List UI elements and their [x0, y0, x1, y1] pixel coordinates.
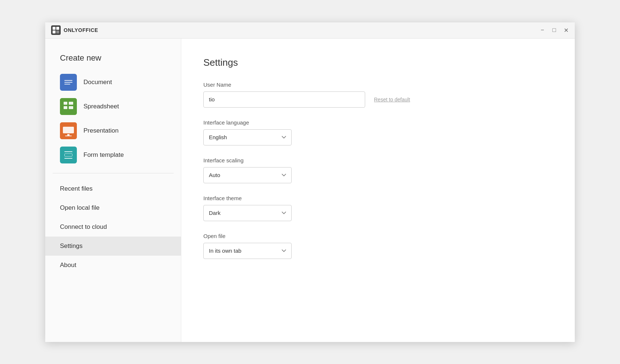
sidebar-item-settings[interactable]: Settings [45, 237, 181, 256]
open-file-select[interactable]: In its own tab In the same tab [203, 243, 292, 259]
interface-language-label: Interface language [203, 119, 553, 126]
interface-scaling-section: Interface scaling Auto 100% 125% 150% 20… [203, 157, 553, 183]
logo-text: ONLYOFFICE [64, 27, 98, 33]
app-window: ONLYOFFICE − □ ✕ Create new [45, 22, 575, 342]
open-file-section: Open file In its own tab In the same tab [203, 233, 553, 259]
sidebar: Create new Document [45, 39, 181, 342]
interface-theme-section: Interface theme Dark Light System defaul… [203, 195, 553, 221]
window-controls: − □ ✕ [539, 27, 569, 33]
svg-rect-2 [56, 27, 59, 30]
document-label: Document [83, 79, 112, 86]
maximize-button[interactable]: □ [551, 27, 557, 33]
spreadsheet-label: Spreadsheet [83, 103, 119, 110]
svg-rect-13 [65, 136, 72, 136]
interface-theme-select[interactable]: Dark Light System default [203, 205, 292, 221]
sidebar-item-form-template[interactable]: Form template [53, 143, 174, 167]
settings-title: Settings [203, 57, 553, 68]
svg-rect-11 [63, 127, 74, 133]
form-template-label: Form template [83, 151, 124, 159]
interface-scaling-label: Interface scaling [203, 157, 553, 163]
main-content: Settings User Name Reset to default Inte… [181, 39, 575, 342]
logo: ONLYOFFICE [51, 25, 98, 35]
spreadsheet-icon [60, 98, 77, 115]
title-bar: ONLYOFFICE − □ ✕ [45, 22, 575, 39]
sidebar-item-connect-to-cloud[interactable]: Connect to cloud [45, 217, 181, 237]
interface-language-select[interactable]: English French German Spanish Russian [203, 129, 292, 145]
create-new-items: Document Spreadsheet [45, 70, 181, 167]
sidebar-item-open-local-file[interactable]: Open local file [45, 198, 181, 217]
presentation-icon [60, 122, 77, 139]
svg-rect-7 [69, 102, 73, 105]
sidebar-item-presentation[interactable]: Presentation [53, 119, 174, 143]
svg-rect-1 [53, 27, 56, 30]
form-template-icon [60, 147, 77, 163]
interface-language-section: Interface language English French German… [203, 119, 553, 145]
svg-rect-4 [56, 30, 59, 33]
sidebar-item-about[interactable]: About [45, 256, 181, 275]
interface-scaling-select[interactable]: Auto 100% 125% 150% 200% [203, 167, 292, 183]
svg-rect-5 [60, 98, 77, 115]
svg-rect-9 [69, 106, 73, 109]
user-name-section: User Name Reset to default [203, 82, 553, 108]
sidebar-item-recent-files[interactable]: Recent files [45, 179, 181, 198]
svg-rect-6 [64, 102, 67, 105]
interface-theme-label: Interface theme [203, 195, 553, 201]
close-button[interactable]: ✕ [563, 27, 569, 33]
open-file-label: Open file [203, 233, 553, 239]
user-name-input[interactable] [203, 91, 365, 108]
sidebar-item-document[interactable]: Document [53, 70, 174, 94]
user-name-label: User Name [203, 82, 553, 88]
svg-rect-12 [67, 134, 70, 136]
app-body: Create new Document [45, 39, 575, 342]
minimize-button[interactable]: − [539, 27, 545, 33]
svg-rect-0 [51, 25, 61, 35]
sidebar-divider [53, 173, 174, 173]
create-new-title: Create new [45, 39, 181, 70]
svg-rect-8 [64, 106, 67, 109]
onlyoffice-logo-icon [51, 25, 61, 35]
user-name-row: Reset to default [203, 91, 553, 108]
reset-to-default-link[interactable]: Reset to default [374, 97, 410, 102]
svg-rect-3 [53, 30, 56, 33]
document-icon [60, 74, 77, 91]
presentation-label: Presentation [83, 127, 118, 134]
sidebar-item-spreadsheet[interactable]: Spreadsheet [53, 94, 174, 119]
